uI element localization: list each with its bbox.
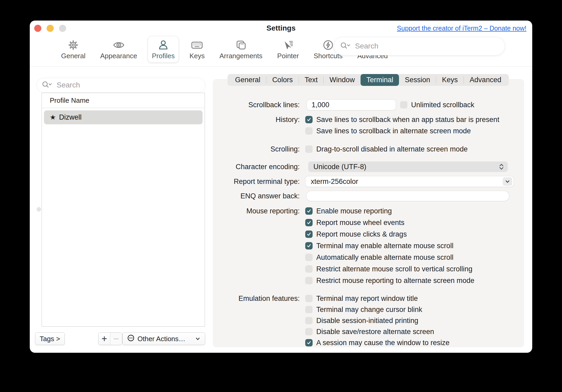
tab-text[interactable]: Text — [299, 74, 324, 86]
tab-general[interactable]: General — [229, 74, 266, 86]
checkbox-unchecked[interactable] — [305, 306, 313, 313]
checkbox-label: Terminal may change cursor blink — [316, 306, 422, 313]
checkbox-checked[interactable] — [305, 339, 313, 346]
checkbox-label: Report mouse wheel events — [316, 219, 405, 226]
section-label-scrolling: Scrolling: — [213, 145, 300, 153]
section-label-enq: ENQ answer back: — [213, 191, 300, 201]
checkbox-checked[interactable] — [305, 207, 313, 215]
tab-colors[interactable]: Colors — [267, 74, 299, 86]
terminal-type-combo[interactable]: xterm-256color — [305, 176, 514, 187]
checkbox-row-scrollback[interactable]: Unlimited scrollback — [400, 101, 474, 109]
toolbar-item-label: Appearance — [100, 52, 137, 60]
add-profile-button[interactable]: + — [98, 333, 110, 345]
checkbox-label: Drag-to-scroll disabled in alternate scr… — [316, 145, 468, 153]
tab-terminal[interactable]: Terminal — [361, 74, 399, 86]
toolbar-search-field[interactable] — [334, 37, 505, 55]
scrollback-lines-field[interactable] — [307, 100, 396, 110]
keyboard-icon — [191, 39, 203, 51]
search-icon — [340, 42, 351, 51]
other-actions-label: Other Actions… — [137, 335, 185, 343]
screen: { "window": { "title": "Settings", "dona… — [0, 0, 562, 392]
toolbar-item-general[interactable]: General — [57, 36, 90, 62]
checkbox-label: A session may cause the window to resize — [316, 339, 450, 346]
other-actions-dropdown[interactable]: Other Actions… — [122, 332, 205, 345]
eye-icon — [113, 39, 125, 51]
checkbox-checked[interactable] — [305, 242, 313, 249]
profile-search-input[interactable] — [56, 81, 200, 90]
toolbar-search-input[interactable] — [354, 42, 498, 51]
profile-name: Dizwell — [59, 113, 82, 121]
toolbar-item-appearance[interactable]: Appearance — [96, 36, 141, 62]
checkbox-row-emulation-0[interactable]: Terminal may report window title — [305, 295, 418, 302]
profile-search-field[interactable] — [36, 78, 205, 92]
star-icon: ★ — [50, 113, 56, 121]
section-label-scrollback: Scrollback lines: — [213, 100, 300, 110]
splitter-handle[interactable] — [37, 207, 41, 212]
encoding-popup[interactable]: Unicode (UTF-8) — [308, 161, 508, 172]
checkbox-row-history-0[interactable]: Save lines to scrollback when an app sta… — [305, 116, 499, 123]
search-icon — [42, 81, 53, 90]
checkbox-unchecked[interactable] — [305, 127, 313, 135]
enq-field[interactable] — [306, 191, 509, 201]
toolbar-item-label: Profiles — [152, 52, 175, 60]
donate-link[interactable]: Support the creator of iTerm2 – Donate n… — [397, 24, 526, 32]
checkbox-unchecked[interactable] — [305, 317, 313, 324]
checkbox-unchecked[interactable] — [305, 145, 313, 153]
checkbox-label: Save lines to scrollback in alternate sc… — [316, 127, 471, 135]
checkbox-unchecked[interactable] — [305, 277, 313, 284]
checkbox-row-emulation-2[interactable]: Disable session-initiated printing — [305, 317, 418, 324]
chevron-down-icon[interactable] — [503, 177, 512, 186]
checkbox-row-emulation-3[interactable]: Disable save/restore alternate screen — [305, 328, 434, 335]
gear-icon — [67, 39, 79, 51]
toolbar-divider — [30, 66, 532, 67]
checkbox-unchecked[interactable] — [305, 265, 313, 273]
encoding-value: Unicode (UTF-8) — [313, 163, 366, 171]
checkbox-row-mouse-6[interactable]: Restrict mouse reporting to alternate sc… — [305, 277, 474, 284]
toolbar-item-pointer[interactable]: Pointer — [273, 36, 303, 62]
toolbar-item-arrangements[interactable]: Arrangements — [215, 36, 266, 62]
checkbox-row-mouse-0[interactable]: Enable mouse reporting — [305, 207, 392, 215]
profile-tab-bar: GeneralColorsTextWindowTerminalSessionKe… — [228, 74, 509, 86]
stepper-icon — [499, 163, 504, 171]
checkbox-unchecked[interactable] — [400, 101, 407, 109]
checkbox-label: Save lines to scrollback when an app sta… — [316, 116, 499, 123]
scrollback-lines-input[interactable] — [311, 101, 392, 109]
checkbox-unchecked[interactable] — [305, 295, 313, 302]
checkbox-label: Unlimited scrollback — [411, 101, 474, 109]
section-label-emulation: Emulation features: — [213, 295, 300, 302]
section-label-terminal-type: Report terminal type: — [213, 176, 300, 187]
checkbox-row-scrolling-0[interactable]: Drag-to-scroll disabled in alternate scr… — [305, 145, 468, 153]
checkbox-unchecked[interactable] — [305, 254, 313, 261]
checkbox-row-emulation-1[interactable]: Terminal may change cursor blink — [305, 306, 422, 313]
checkbox-checked[interactable] — [305, 116, 313, 123]
toolbar-item-label: Pointer — [277, 52, 299, 60]
tab-keys[interactable]: Keys — [436, 74, 464, 86]
profile-row[interactable]: ★Dizwell — [44, 110, 203, 124]
tab-session[interactable]: Session — [399, 74, 436, 86]
checkbox-row-mouse-3[interactable]: Terminal may enable alternate mouse scro… — [305, 242, 453, 249]
tab-advanced[interactable]: Advanced — [464, 74, 507, 86]
checkbox-row-mouse-2[interactable]: Report mouse clicks & drags — [305, 231, 407, 238]
tags-button[interactable]: Tags > — [35, 332, 65, 345]
checkbox-row-history-1[interactable]: Save lines to scrollback in alternate sc… — [305, 127, 471, 135]
checkbox-label: Report mouse clicks & drags — [316, 231, 407, 238]
person-icon — [157, 39, 169, 51]
terminal-settings-panel: Scrollback lines:Unlimited scrollbackHis… — [213, 79, 524, 347]
checkbox-checked[interactable] — [305, 231, 313, 238]
remove-profile-button: − — [110, 333, 122, 345]
tab-window[interactable]: Window — [324, 74, 361, 86]
checkbox-checked[interactable] — [305, 219, 313, 226]
checkbox-label: Disable save/restore alternate screen — [316, 328, 434, 335]
checkbox-label: Disable session-initiated printing — [316, 317, 418, 324]
enq-input[interactable] — [310, 192, 505, 200]
toolbar-item-keys[interactable]: Keys — [185, 36, 209, 62]
checkbox-unchecked[interactable] — [305, 328, 313, 335]
checkbox-row-mouse-4[interactable]: Automatically enable alternate mouse scr… — [305, 254, 453, 261]
checkbox-row-mouse-5[interactable]: Restrict alternate mouse scroll to verti… — [305, 265, 472, 273]
checkbox-row-mouse-1[interactable]: Report mouse wheel events — [305, 219, 405, 226]
toolbar-item-profiles[interactable]: Profiles — [148, 36, 179, 62]
windows-icon — [235, 39, 247, 51]
profile-list-header: Profile Name — [42, 93, 205, 108]
checkbox-label: Restrict mouse reporting to alternate sc… — [316, 277, 474, 284]
checkbox-row-emulation-4[interactable]: A session may cause the window to resize — [305, 339, 450, 346]
